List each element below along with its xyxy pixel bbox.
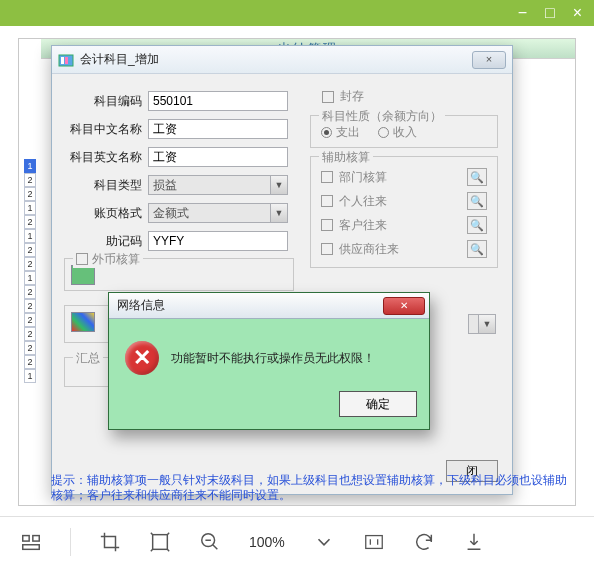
window-titlebar: 会计科目_增加 × [52,46,512,74]
radio-icon [378,127,389,138]
rail-cell: 1 [24,159,36,173]
error-icon: ✕ [125,341,159,375]
svg-rect-8 [366,535,383,548]
min-icon[interactable]: − [518,4,527,22]
ok-button[interactable]: 确定 [339,391,417,417]
max-icon[interactable]: □ [545,4,555,22]
nature-title: 科目性质（余额方向） [319,108,445,125]
seal-label: 封存 [340,88,364,105]
svg-rect-6 [153,534,168,549]
rotate-icon[interactable] [413,531,435,553]
foreign-currency-group: 外币核算 [64,258,294,291]
svg-rect-3 [23,535,29,541]
en-label: 科目英文名称 [64,149,148,166]
separator [70,528,71,556]
rail-cell: 1 [24,201,36,215]
rail-cell: 2 [24,327,36,341]
checkbox-icon [322,91,334,103]
rail-cell: 2 [24,215,36,229]
cn-label: 科目中文名称 [64,121,148,138]
nature-in-radio[interactable]: 收入 [378,124,417,141]
chevron-down-icon: ▼ [270,204,287,222]
rail-cell: 1 [24,369,36,383]
chevron-down-icon[interactable] [313,531,335,553]
thumbnails-icon[interactable] [20,531,42,553]
window-title: 会计科目_增加 [80,51,466,68]
search-icon[interactable]: 🔍 [467,216,487,234]
aux-title: 辅助核算 [319,149,373,166]
cn-input[interactable] [148,119,288,139]
dialog-message: 功能暂时不能执行或操作员无此权限！ [171,350,375,367]
download-icon[interactable] [463,531,485,553]
side-rail: 1 2 2 1 2 1 2 2 1 2 2 2 2 2 2 1 [19,39,41,505]
small-select[interactable]: ▼ [468,314,496,334]
zoom-out-icon[interactable] [199,531,221,553]
rail-cell: 2 [24,173,36,187]
app-icon [58,52,74,68]
code-label: 科目编码 [64,93,148,110]
chevron-down-icon: ▼ [478,315,495,333]
type-label: 科目类型 [64,177,148,194]
aux-customer-checkbox[interactable]: 客户往来 [321,217,387,234]
one-to-one-icon[interactable] [363,531,385,553]
error-dialog: 网络信息 ✕ ✕ 功能暂时不能执行或操作员无此权限！ 确定 [108,292,430,430]
mnemo-input[interactable] [148,231,288,251]
dialog-titlebar: 网络信息 ✕ [109,293,429,319]
fc-checkbox-label[interactable]: 外币核算 [73,251,143,268]
page-label: 账页格式 [64,205,148,222]
type-value: 损益 [153,177,177,194]
radio-icon [321,127,332,138]
page-select[interactable]: 金额式▼ [148,203,288,223]
hz-label: 汇总 [73,350,103,367]
nature-out-radio[interactable]: 支出 [321,124,360,141]
dialog-close-button[interactable]: ✕ [383,297,425,315]
rail-cell: 2 [24,299,36,313]
type-select[interactable]: 损益▼ [148,175,288,195]
seal-checkbox[interactable]: 封存 [310,88,498,105]
aux-person-checkbox[interactable]: 个人往来 [321,193,387,210]
mnemo-label: 助记码 [64,233,148,250]
aux-supplier-checkbox[interactable]: 供应商往来 [321,241,399,258]
rail-cell: 2 [24,243,36,257]
rail-cell: 2 [24,257,36,271]
rail-cell: 2 [24,341,36,355]
palette-icon [71,312,95,332]
close-icon[interactable]: × [573,4,582,22]
svg-rect-2 [65,57,68,64]
search-icon[interactable]: 🔍 [467,240,487,258]
en-input[interactable] [148,147,288,167]
window-close-button[interactable]: × [472,51,506,69]
rail-cell: 1 [24,271,36,285]
svg-rect-5 [23,544,40,549]
svg-rect-4 [33,535,39,541]
code-input[interactable] [148,91,288,111]
svg-rect-1 [61,57,64,64]
frame-icon[interactable] [149,531,171,553]
rail-cell: 2 [24,187,36,201]
currency-icon [71,265,95,285]
document-viewport: 出纳管理 1 2 2 1 2 1 2 2 1 2 2 2 2 2 2 1 会计科… [18,38,576,506]
aux-dept-checkbox[interactable]: 部门核算 [321,169,387,186]
nature-group: 科目性质（余额方向） 支出 收入 [310,115,498,148]
viewer-toolbar: 100% [0,516,594,566]
app-titlebar: − □ × [0,0,594,26]
rail-cell: 2 [24,285,36,299]
search-icon[interactable]: 🔍 [467,168,487,186]
dialog-title: 网络信息 [117,297,383,314]
hint-text: 提示：辅助核算项一般只针对末级科目，如果上级科目也想设置辅助核算，下级科目必须也… [51,473,567,503]
crop-icon[interactable] [99,531,121,553]
rail-cell: 2 [24,313,36,327]
chevron-down-icon: ▼ [270,176,287,194]
zoom-level: 100% [249,534,285,550]
page-value: 金额式 [153,205,189,222]
rail-cell: 1 [24,229,36,243]
rail-cell: 2 [24,355,36,369]
aux-group: 辅助核算 部门核算🔍 个人往来🔍 客户往来🔍 供应商往来🔍 [310,156,498,268]
search-icon[interactable]: 🔍 [467,192,487,210]
